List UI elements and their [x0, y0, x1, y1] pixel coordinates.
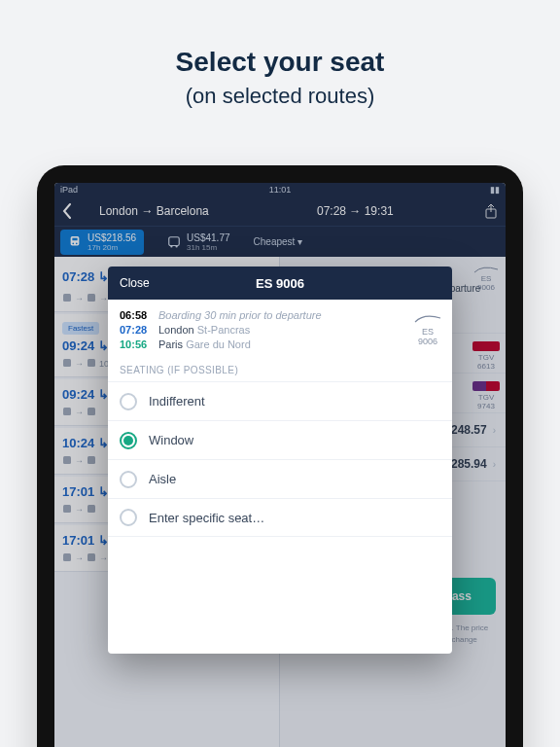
radio-icon: [120, 509, 137, 526]
seat-modal: Close ES 9006 06:58Boarding 30 min prior…: [108, 267, 452, 654]
page-title: Select your seat: [0, 47, 560, 78]
eurostar-icon: [413, 313, 442, 325]
seat-option-label: Indifferent: [149, 394, 205, 409]
page-subtitle: (on selected routes): [0, 84, 560, 109]
seat-option-label: Enter specific seat…: [149, 511, 264, 525]
seat-option-label: Window: [149, 433, 193, 447]
seat-option-specific[interactable]: Enter specific seat…: [108, 498, 452, 537]
seat-option-aisle[interactable]: Aisle: [108, 459, 452, 498]
radio-icon: [120, 471, 137, 488]
modal-carrier: ES9006: [413, 313, 442, 346]
seat-option-indifferent[interactable]: Indifferent: [108, 381, 452, 420]
modal-title: ES 9006: [108, 276, 452, 291]
device-frame: iPad 11:01 ▮▮ London → Barcelona 07:28 →…: [37, 165, 523, 747]
seat-option-label: Aisle: [149, 472, 176, 486]
seating-section-label: SEATING (IF POSSIBLE): [108, 357, 452, 381]
radio-icon: [120, 393, 137, 410]
seat-option-window[interactable]: Window: [108, 420, 452, 459]
app-screen: iPad 11:01 ▮▮ London → Barcelona 07:28 →…: [54, 183, 506, 747]
radio-selected-icon: [120, 432, 137, 449]
